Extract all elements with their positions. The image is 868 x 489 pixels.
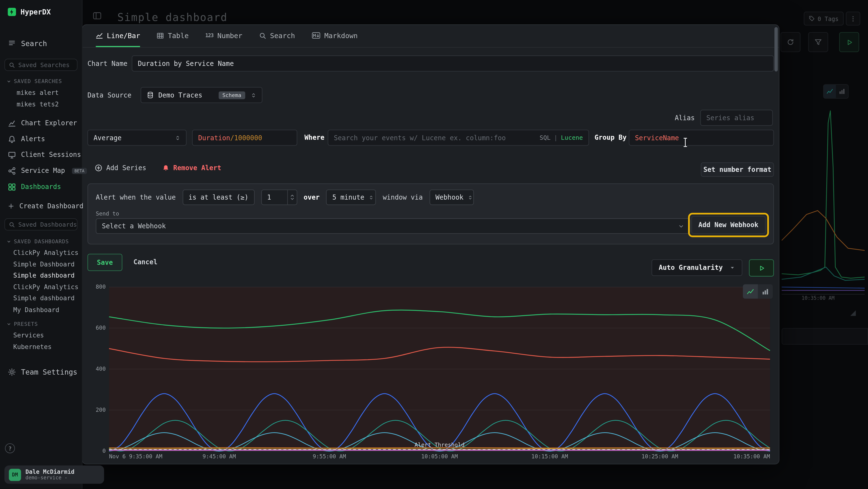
number-stepper[interactable] (287, 190, 296, 204)
saved-dashboards-input[interactable]: Saved Dashboards (4, 219, 78, 231)
search-icon (9, 221, 15, 227)
saved-dashboard-item[interactable]: Simple Dashboard (0, 259, 82, 270)
svg-text:200: 200 (96, 407, 105, 413)
chart-mode-toggle (743, 284, 773, 299)
saved-dashboard-item[interactable]: ClickPy Analytics (0, 247, 82, 259)
sidebar-item-client-sessions[interactable]: Client Sessions (8, 148, 81, 161)
field-expression-input[interactable]: Duration/1000000 (192, 130, 297, 146)
add-new-webhook-button[interactable]: Add New Webhook (691, 216, 766, 234)
play-icon (758, 264, 765, 271)
svg-text:9:55:00 AM: 9:55:00 AM (313, 453, 346, 460)
alias-input[interactable] (700, 110, 773, 126)
bell-icon (8, 135, 16, 143)
main-area: Simple dashboard 0 Tags 10:35:00 AM (82, 0, 868, 489)
line-mode-button[interactable] (743, 284, 758, 299)
beta-badge: BETA (72, 168, 87, 174)
granularity-select[interactable]: Auto Granularity (651, 259, 742, 276)
saved-search-item[interactable]: mikes alert (0, 87, 82, 98)
tab-search[interactable]: Search (259, 25, 295, 47)
hyperdx-logo-icon (8, 8, 16, 16)
search-icon (9, 62, 15, 68)
data-source-label: Data Source (88, 91, 141, 99)
saved-dashboard-item[interactable]: My Dashboard (0, 304, 82, 315)
alert-config-panel: Alert when the value is at least (≥) 1 o… (88, 183, 774, 244)
sidebar-item-dashboards[interactable]: Dashboards (8, 180, 61, 193)
svg-text:400: 400 (96, 366, 105, 372)
svg-text:Nov 6 9:35:00 AM: Nov 6 9:35:00 AM (109, 453, 162, 460)
svg-text:10:15:00 AM: 10:15:00 AM (531, 453, 568, 460)
chart-name-label: Chart Name (88, 60, 132, 67)
svg-text:10:05:00 AM: 10:05:00 AM (421, 453, 458, 460)
presets-header[interactable]: PRESETS (7, 321, 38, 327)
saved-searches-header[interactable]: SAVED SEARCHES (7, 78, 62, 84)
chevron-updown-icon (468, 194, 473, 200)
saved-search-item[interactable]: mikes tets2 (0, 98, 82, 110)
sidebar-item-chart-explorer[interactable]: Chart Explorer (8, 116, 77, 130)
chart-name-input[interactable] (132, 56, 774, 72)
svg-text:Alert Threshold: Alert Threshold (414, 442, 464, 448)
user-name: Dale McDiarmid (26, 468, 74, 475)
alert-condition-select[interactable]: is at least (≥) (182, 190, 254, 205)
saved-dashboards-header[interactable]: SAVED DASHBOARDS (7, 238, 69, 244)
chart-name-row: Chart Name (88, 56, 774, 72)
search-icon (259, 32, 266, 39)
modal-scrollbar[interactable] (774, 27, 778, 71)
alert-channel-select[interactable]: Webhook (429, 190, 474, 205)
query-language-toggle[interactable]: SQL | Lucene (539, 134, 583, 141)
circle-plus-icon (95, 164, 102, 172)
sidebar-item-team-settings[interactable]: Team Settings (8, 365, 78, 378)
sidebar: HyperDX Search Saved Searches SAVED SEAR… (0, 0, 83, 489)
alias-label: Alias (675, 114, 695, 122)
bar-mode-button[interactable] (758, 284, 773, 299)
plus-icon (8, 203, 14, 209)
remove-alert-button[interactable]: Remove Alert (162, 164, 221, 172)
number-123-icon: 123 (205, 33, 213, 38)
edit-chart-modal: Line/Bar Table 123 Number Search Markdow… (82, 24, 779, 464)
saved-searches-input[interactable]: Saved Searches (4, 59, 78, 71)
tab-markdown[interactable]: Markdown (311, 25, 358, 47)
chevron-up-icon (290, 194, 294, 197)
saved-dashboard-item[interactable]: Simple dashboard (0, 270, 82, 282)
svg-text:600: 600 (96, 325, 105, 331)
add-series-button[interactable]: Add Series (95, 164, 146, 172)
sidebar-item-alerts[interactable]: Alerts (8, 133, 45, 146)
saved-dashboard-item[interactable]: ClickPy Analytics (0, 282, 82, 293)
user-menu[interactable]: DM Dale McDiarmid demo-service - (4, 466, 104, 484)
where-input[interactable]: Search your events w/ Lucene ex. column:… (328, 130, 589, 146)
alert-condition-row: Alert when the value is at least (≥) 1 o… (96, 190, 766, 205)
tab-number[interactable]: 123 Number (205, 25, 242, 47)
chevron-down-icon (7, 239, 11, 243)
run-chart-button[interactable] (749, 259, 774, 276)
line-chart-icon (96, 32, 103, 39)
webhook-select[interactable]: Select a Webhook (96, 219, 690, 234)
database-icon (147, 91, 154, 99)
svg-text:800: 800 (96, 284, 105, 290)
chevron-updown-icon (369, 194, 374, 200)
aggregation-select[interactable]: Average (88, 130, 187, 146)
mouse-cursor (682, 137, 689, 147)
chevron-down-icon (7, 322, 11, 326)
preset-item[interactable]: Kubernetes (0, 341, 82, 352)
save-button[interactable]: Save (88, 254, 122, 271)
brand[interactable]: HyperDX (8, 8, 51, 16)
user-subtitle: demo-service - (26, 475, 74, 481)
saved-dashboard-item[interactable]: Simple dashboard (0, 293, 82, 304)
tab-table[interactable]: Table (157, 25, 189, 47)
set-number-format-button[interactable]: Set number format (701, 163, 774, 177)
cancel-button[interactable]: Cancel (133, 254, 157, 270)
sidebar-item-service-map[interactable]: Service Map BETA (8, 164, 87, 177)
group-by-label: Group By (595, 134, 627, 141)
alert-threshold-input[interactable]: 1 (261, 190, 297, 205)
data-source-row: Data Source Demo Traces Schema (88, 87, 774, 103)
send-to-label: Send to (96, 210, 119, 217)
preset-item[interactable]: Services (0, 330, 82, 341)
help-button[interactable]: ? (5, 443, 15, 453)
data-source-select[interactable]: Demo Traces Schema (141, 87, 262, 103)
saved-dashboards-list: ClickPy AnalyticsSimple DashboardSimple … (0, 247, 82, 316)
alert-window-select[interactable]: 5 minute (326, 190, 376, 205)
svg-text:0: 0 (102, 448, 106, 454)
create-dashboard-button[interactable]: Create Dashboard (8, 200, 84, 213)
tab-line-bar[interactable]: Line/Bar (96, 25, 140, 47)
sidebar-item-search[interactable]: Search (8, 37, 47, 50)
group-by-input[interactable]: ServiceName (629, 130, 774, 146)
